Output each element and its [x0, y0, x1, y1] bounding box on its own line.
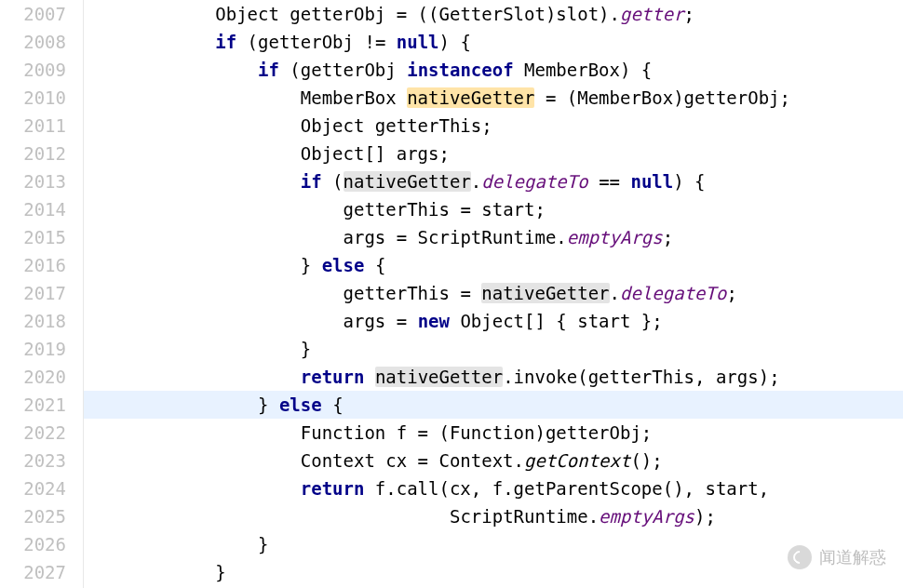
line-number: 2023	[0, 447, 66, 474]
code-line[interactable]: }	[88, 335, 903, 363]
line-number: 2009	[0, 56, 66, 84]
code-line[interactable]: Context cx = Context.getContext();	[88, 447, 903, 474]
code-line[interactable]: args = ScriptRuntime.emptyArgs;	[88, 223, 903, 251]
token-fld: emptyArgs	[599, 506, 694, 527]
code-area[interactable]: Object getterObj = ((GetterSlot)slot).ge…	[84, 0, 903, 588]
line-number: 2015	[0, 223, 66, 251]
line-number: 2020	[0, 363, 66, 391]
code-line[interactable]: Object[] args;	[88, 140, 903, 167]
code-line[interactable]: args = new Object[] { start };	[88, 307, 903, 335]
code-line[interactable]: return f.call(cx, f.getParentScope(), st…	[88, 474, 903, 502]
token-kw: if	[258, 60, 279, 80]
code-line[interactable]: MemberBox nativeGetter = (MemberBox)gett…	[88, 84, 903, 112]
token-kw: null	[630, 171, 673, 192]
token-fld: delegateTo	[481, 171, 587, 192]
token-fld: delegateTo	[620, 283, 726, 303]
token-kw: else	[279, 394, 322, 415]
token-kw: else	[322, 255, 365, 275]
watermark: 闻道解惑	[788, 545, 886, 569]
code-editor[interactable]: 2007200820092010201120122013201420152016…	[0, 0, 903, 588]
line-number: 2021	[0, 391, 66, 419]
token-kw: return	[301, 367, 365, 387]
code-line[interactable]: }	[88, 558, 903, 586]
line-number: 2012	[0, 140, 66, 167]
token-stat: getContext	[524, 450, 630, 471]
code-line[interactable]: Function f = (Function)getterObj;	[88, 419, 903, 447]
line-number: 2024	[0, 474, 66, 502]
token-hl-use: nativeGetter	[344, 171, 471, 192]
code-line[interactable]: if (getterObj != null) {	[88, 28, 903, 56]
line-number: 2011	[0, 112, 66, 140]
token-kw: null	[397, 32, 439, 52]
token-kw: new	[418, 311, 450, 331]
line-number: 2014	[0, 195, 66, 223]
line-number: 2013	[0, 167, 66, 195]
line-number: 2019	[0, 335, 66, 363]
line-number: 2018	[0, 307, 66, 335]
code-line[interactable]: Object getterObj = ((GetterSlot)slot).ge…	[88, 0, 903, 28]
token-kw: if	[301, 171, 322, 192]
code-line[interactable]: if (nativeGetter.delegateTo == null) {	[88, 167, 903, 195]
token-hl-def: nativeGetter	[407, 87, 534, 108]
code-line[interactable]: getterThis = start;	[88, 195, 903, 223]
watermark-text: 闻道解惑	[819, 546, 886, 568]
code-line[interactable]: getterThis = nativeGetter.delegateTo;	[88, 279, 903, 307]
line-number: 2007	[0, 0, 66, 28]
line-number: 2008	[0, 28, 66, 56]
token-fld: emptyArgs	[567, 227, 663, 247]
code-line[interactable]: if (getterObj instanceof MemberBox) {	[88, 56, 903, 84]
code-line[interactable]: } else {	[88, 251, 903, 279]
code-line[interactable]: } else {	[84, 391, 903, 419]
line-number: 2022	[0, 419, 66, 447]
code-line[interactable]: }	[88, 530, 903, 558]
line-number: 2025	[0, 502, 66, 530]
line-number: 2010	[0, 84, 66, 112]
token-kw: if	[215, 32, 236, 52]
token-kw: instanceof	[407, 60, 513, 80]
token-hl-use: nativeGetter	[375, 367, 503, 387]
token-fld: getter	[620, 4, 684, 24]
token-hl-use: nativeGetter	[481, 283, 609, 303]
line-number: 2027	[0, 558, 66, 586]
line-number-gutter: 2007200820092010201120122013201420152016…	[0, 0, 84, 588]
code-line[interactable]: ScriptRuntime.emptyArgs);	[88, 502, 903, 530]
line-number: 2016	[0, 251, 66, 279]
token-kw: return	[301, 478, 365, 499]
code-line[interactable]: return nativeGetter.invoke(getterThis, a…	[88, 363, 903, 391]
code-line[interactable]: Object getterThis;	[88, 112, 903, 140]
line-number: 2017	[0, 279, 66, 307]
wechat-icon	[788, 545, 812, 569]
line-number: 2026	[0, 530, 66, 558]
